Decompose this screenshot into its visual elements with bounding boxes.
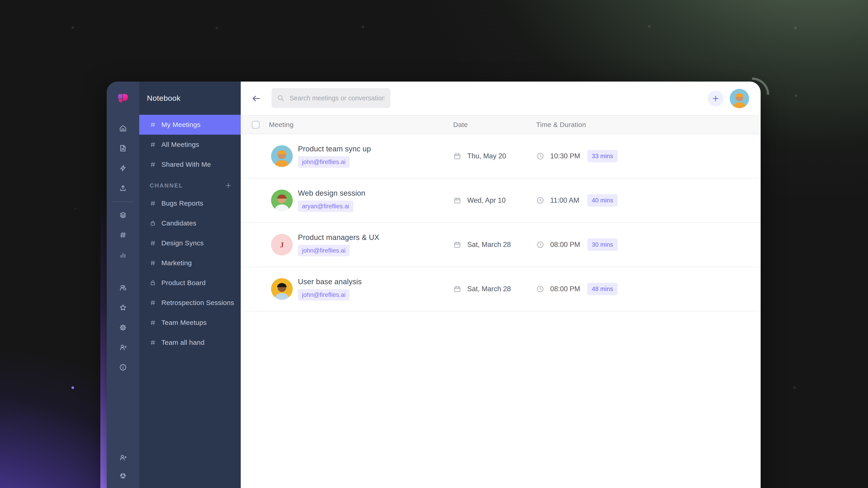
clock-icon: [536, 152, 544, 160]
select-all-checkbox[interactable]: [252, 121, 259, 129]
back-button[interactable]: [250, 92, 262, 105]
hash-icon: [150, 240, 156, 246]
meeting-date: Sat, March 28: [453, 285, 511, 293]
meeting-row[interactable]: Web design session aryan@fireflies.ai We…: [241, 178, 761, 223]
avatar: [271, 278, 293, 300]
hash-icon: [150, 320, 156, 326]
sidebar-item-label: Team all hand: [161, 339, 205, 346]
column-header-date: Date: [453, 121, 468, 129]
lock-icon: [150, 280, 156, 286]
sidebar-item-my-meetings[interactable]: My Meetings: [139, 115, 241, 135]
meeting-title: User base analysis: [298, 278, 362, 286]
hash-icon: [150, 122, 156, 128]
meeting-time: 10:30 PM: [536, 152, 580, 160]
invite-user-plus-icon[interactable]: [107, 449, 139, 467]
organizer-email-chip: john@fireflies.ai: [298, 245, 350, 256]
hash-icon: [150, 260, 156, 266]
meeting-title: Product managers & UX: [298, 233, 379, 242]
avatar: [271, 145, 293, 167]
meeting-time: 08:00 PM: [536, 240, 580, 249]
clock-icon: [536, 240, 544, 249]
gear-icon[interactable]: [107, 318, 139, 337]
sidebar-item-label: Product Board: [161, 279, 206, 287]
column-header-time-duration: Time & Duration: [536, 121, 586, 129]
duration-badge: 48 mins: [587, 283, 618, 295]
upload-icon[interactable]: [107, 178, 139, 198]
sidebar-item-label: Retrospection Sessions: [161, 299, 234, 306]
meeting-title: Web design session: [298, 189, 365, 197]
purple-edge-glow: [100, 190, 107, 488]
organizer-email-chip: john@fireflies.ai: [298, 289, 350, 301]
document-icon[interactable]: [107, 138, 139, 158]
sidebar-item-all-meetings[interactable]: All Meetings: [139, 135, 241, 155]
hash-icon: [150, 200, 156, 206]
sidebar-item-team-all-hand[interactable]: Team all hand: [139, 332, 241, 352]
sidebar-item-label: Candidates: [161, 219, 196, 227]
search-icon: [277, 94, 285, 102]
lock-icon: [150, 220, 156, 226]
sidebar-item-label: Design Syncs: [161, 239, 204, 247]
sidebar-item-label: Bugs Reports: [161, 199, 203, 207]
meeting-title: Product team sync up: [298, 144, 371, 153]
sidebar-item-bugs-reports[interactable]: Bugs Reports: [139, 193, 241, 213]
logo-shape: [118, 94, 122, 98]
meeting-date: Thu, May 20: [453, 152, 506, 160]
search-input[interactable]: [289, 94, 385, 102]
meeting-date: Wed, Apr 10: [453, 196, 506, 204]
channel-section-header: CHANNEL: [139, 177, 241, 193]
calendar-icon: [453, 152, 461, 160]
hash-icon: [150, 339, 156, 346]
meeting-time: 11:00 AM: [536, 196, 579, 204]
sidebar-item-product-board[interactable]: Product Board: [139, 273, 241, 293]
user-avatar[interactable]: [730, 89, 749, 108]
layers-icon[interactable]: [107, 205, 139, 225]
meeting-row[interactable]: Product team sync up john@fireflies.ai T…: [241, 134, 761, 178]
meeting-time: 08:00 PM: [536, 285, 580, 293]
sidebar-item-design-syncs[interactable]: Design Syncs: [139, 233, 241, 253]
lightning-icon[interactable]: [107, 158, 139, 178]
hash-icon: [150, 161, 156, 168]
hash-icon: [150, 300, 156, 306]
icon-rail: [107, 82, 139, 488]
arrow-left-icon: [251, 94, 261, 103]
duration-badge: 30 mins: [587, 238, 618, 251]
logo-shape: [119, 99, 122, 103]
sidebar-item-team-meetups[interactable]: Team Meetups: [139, 313, 241, 332]
users-icon[interactable]: [107, 278, 139, 298]
bar-chart-icon[interactable]: [107, 245, 139, 265]
hash-icon[interactable]: [107, 225, 139, 245]
fireflies-logo[interactable]: [118, 94, 128, 104]
user-plus-icon[interactable]: [107, 337, 139, 357]
avatar-image: [730, 89, 749, 108]
meeting-info: Product managers & UX john@fireflies.ai: [298, 233, 379, 256]
app-window: Notebook My Meetings All Meetings Shared…: [107, 82, 761, 488]
sidebar-item-shared-with-me[interactable]: Shared With Me: [139, 155, 241, 174]
plus-icon: [224, 182, 232, 189]
info-icon[interactable]: [107, 357, 139, 377]
channel-label: CHANNEL: [150, 182, 183, 189]
sidebar-item-label: Shared With Me: [161, 161, 211, 168]
avatar: J: [271, 234, 293, 256]
chrome-icon[interactable]: [107, 467, 139, 485]
add-channel-button[interactable]: [224, 182, 232, 189]
meeting-row[interactable]: J Product managers & UX john@fireflies.a…: [241, 223, 761, 267]
sidebar-item-retrospection-sessions[interactable]: Retrospection Sessions: [139, 293, 241, 313]
sidebar-item-label: Marketing: [161, 259, 192, 267]
home-icon[interactable]: [107, 119, 139, 138]
meeting-info: Product team sync up john@fireflies.ai: [298, 144, 371, 168]
svg-text:J: J: [280, 240, 284, 249]
background-specks: [0, 0, 2, 2]
calendar-icon: [453, 196, 461, 204]
organizer-email-chip: john@fireflies.ai: [298, 156, 350, 168]
desktop-background: Notebook My Meetings All Meetings Shared…: [0, 0, 868, 488]
page-title: Notebook: [139, 82, 241, 115]
new-meeting-button[interactable]: [708, 91, 723, 106]
sidebar-item-marketing[interactable]: Marketing: [139, 253, 241, 273]
sidebar-item-candidates[interactable]: Candidates: [139, 213, 241, 233]
meeting-info: Web design session aryan@fireflies.ai: [298, 189, 365, 212]
purple-speck: [71, 386, 74, 389]
duration-badge: 33 mins: [587, 150, 618, 162]
search-box: [272, 88, 391, 108]
meeting-row[interactable]: User base analysis john@fireflies.ai Sat…: [241, 267, 761, 311]
star-icon[interactable]: [107, 298, 139, 318]
